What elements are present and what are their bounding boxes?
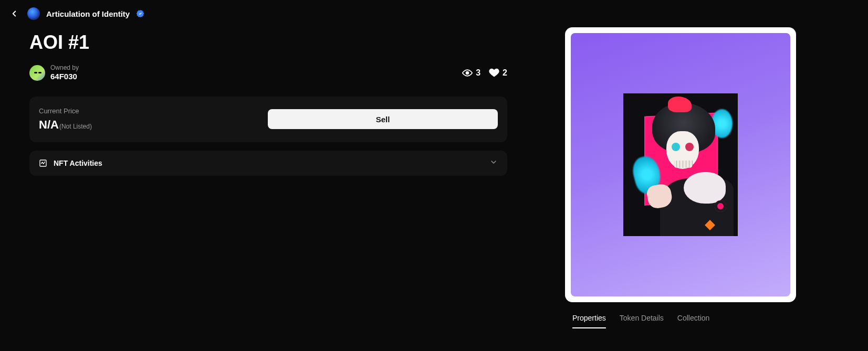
views-count: 3 xyxy=(476,68,480,78)
heart-icon xyxy=(489,68,499,78)
tab-properties[interactable]: Properties xyxy=(572,314,606,328)
chevron-down-icon xyxy=(489,158,498,168)
eye-icon xyxy=(462,68,473,78)
chevron-left-icon xyxy=(9,9,19,18)
likes-stat[interactable]: 2 xyxy=(489,68,507,78)
stats-group: 3 2 xyxy=(462,68,507,78)
price-value: N/A xyxy=(39,118,59,132)
activity-icon xyxy=(39,159,47,167)
tab-collection[interactable]: Collection xyxy=(677,314,709,328)
activities-title: NFT Activities xyxy=(54,159,102,167)
collection-avatar[interactable] xyxy=(27,7,40,20)
svg-point-0 xyxy=(466,71,469,74)
views-stat: 3 xyxy=(462,68,480,78)
back-button[interactable] xyxy=(9,9,19,18)
price-note: (Not Listed) xyxy=(59,123,92,130)
collection-name[interactable]: Articulation of Identity xyxy=(46,9,130,18)
current-price-label: Current Price xyxy=(39,107,92,115)
right-column: Properties Token Details Collection xyxy=(565,27,796,328)
tab-token-details[interactable]: Token Details xyxy=(620,314,664,328)
sell-button[interactable]: Sell xyxy=(268,109,498,129)
price-info: Current Price N/A (Not Listed) xyxy=(39,107,92,132)
owner-avatar xyxy=(29,65,45,81)
owner-text: Owned by 64F030 xyxy=(50,64,79,82)
owned-by-label: Owned by xyxy=(50,64,79,72)
nft-title: AOI #1 xyxy=(29,31,507,54)
nft-activities-toggle[interactable]: NFT Activities xyxy=(29,151,507,176)
nft-image-frame[interactable] xyxy=(565,27,796,302)
left-column: AOI #1 Owned by 64F030 3 2 xyxy=(29,27,507,328)
nft-image-background xyxy=(571,33,790,296)
likes-count: 2 xyxy=(503,68,507,78)
price-card: Current Price N/A (Not Listed) Sell xyxy=(29,97,507,142)
owner-address: 64F030 xyxy=(50,72,79,82)
page-header: Articulation of Identity xyxy=(0,0,868,27)
detail-tabs: Properties Token Details Collection xyxy=(565,314,796,328)
main-content: AOI #1 Owned by 64F030 3 2 xyxy=(0,27,868,328)
verified-badge-icon xyxy=(136,9,144,18)
owner-stats-row: Owned by 64F030 3 2 xyxy=(29,64,507,82)
owner-info[interactable]: Owned by 64F030 xyxy=(29,64,79,82)
nft-artwork xyxy=(623,93,738,236)
